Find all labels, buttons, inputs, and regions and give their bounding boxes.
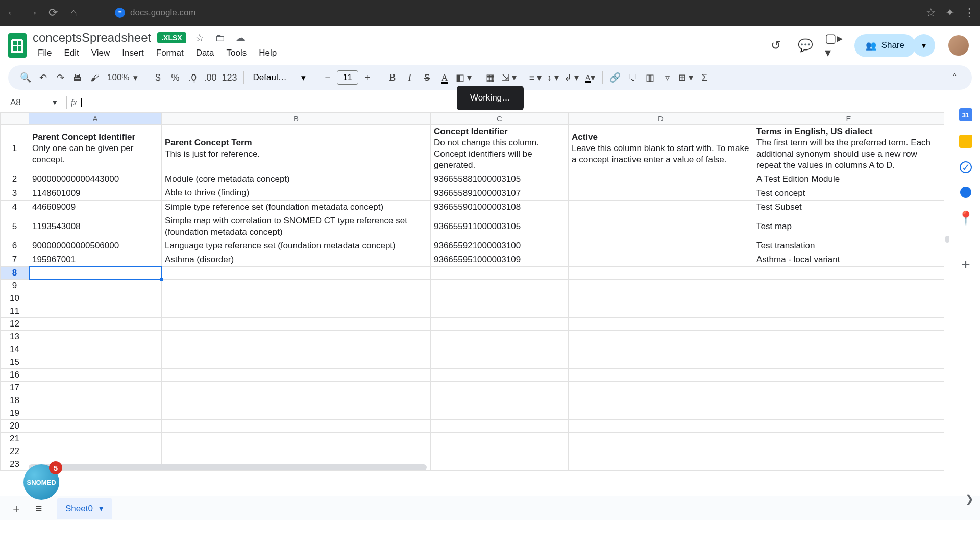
cell[interactable]: 936655951000003109: [431, 253, 569, 266]
extensions-icon[interactable]: ✦: [945, 6, 954, 19]
cell[interactable]: Terms in English, US dialectThe first te…: [753, 125, 944, 172]
all-sheets-button[interactable]: ≡: [30, 499, 48, 518]
row-header[interactable]: 15: [1, 356, 29, 369]
cell[interactable]: 195967001: [29, 253, 162, 266]
cell[interactable]: [162, 292, 431, 305]
column-header-B[interactable]: B: [162, 113, 431, 125]
row-header[interactable]: 21: [1, 433, 29, 445]
cell[interactable]: 446609009: [29, 200, 162, 214]
select-all-corner[interactable]: [1, 113, 29, 125]
increase-decimal-button[interactable]: .00: [202, 69, 218, 86]
create-filter-button[interactable]: ▿: [659, 69, 675, 86]
borders-button[interactable]: ▦: [482, 69, 499, 86]
row-header[interactable]: 19: [1, 407, 29, 420]
row-header[interactable]: 4: [1, 200, 29, 214]
share-dropdown-button[interactable]: ▾: [913, 34, 935, 57]
horizontal-scrollbar[interactable]: [29, 464, 427, 470]
cell[interactable]: [753, 356, 944, 369]
cell[interactable]: Test translation: [753, 239, 944, 253]
cell[interactable]: [753, 407, 944, 420]
menu-insert[interactable]: Insert: [117, 46, 149, 60]
cell[interactable]: Test concept: [753, 186, 944, 200]
column-header-E[interactable]: E: [753, 113, 944, 125]
reload-button[interactable]: ⟳: [46, 6, 60, 19]
redo-button[interactable]: ↷: [52, 69, 68, 86]
chrome-menu-icon[interactable]: ⋮: [964, 6, 975, 19]
strikethrough-button[interactable]: S̶: [419, 69, 435, 86]
cell[interactable]: [29, 305, 162, 318]
cell[interactable]: Test map: [753, 214, 944, 239]
table-views-button[interactable]: ⊞ ▾: [676, 69, 695, 86]
cell[interactable]: [29, 420, 162, 433]
cell[interactable]: [162, 382, 431, 394]
meet-camera-icon[interactable]: ▢▸ ▾: [825, 35, 845, 56]
comments-icon[interactable]: 💬: [795, 35, 816, 56]
cell[interactable]: [753, 394, 944, 407]
cloud-status-icon[interactable]: ☁: [233, 32, 248, 44]
search-menus-icon[interactable]: 🔍: [17, 69, 34, 86]
row-header[interactable]: 10: [1, 292, 29, 305]
decrease-font-size-button[interactable]: −: [320, 69, 336, 86]
row-header[interactable]: 14: [1, 343, 29, 356]
cell[interactable]: [569, 433, 753, 445]
row-header[interactable]: 5: [1, 214, 29, 239]
star-icon[interactable]: ☆: [192, 32, 207, 44]
row-header[interactable]: 12: [1, 318, 29, 331]
insert-link-button[interactable]: 🔗: [607, 69, 623, 86]
back-button[interactable]: ←: [5, 6, 19, 19]
font-size-input[interactable]: 11: [337, 70, 358, 85]
cell[interactable]: [29, 356, 162, 369]
cell[interactable]: [569, 331, 753, 343]
cell[interactable]: 1193543008: [29, 214, 162, 239]
cell[interactable]: Asthma (disorder): [162, 253, 431, 266]
column-header-C[interactable]: C: [431, 113, 569, 125]
paint-format-button[interactable]: 🖌: [87, 69, 103, 86]
keep-app-icon[interactable]: [959, 135, 972, 148]
cell[interactable]: [569, 214, 753, 239]
row-header[interactable]: 2: [1, 172, 29, 186]
cell[interactable]: [753, 331, 944, 343]
cell[interactable]: [753, 343, 944, 356]
cell[interactable]: [29, 445, 162, 458]
cell[interactable]: 936655911000003105: [431, 214, 569, 239]
column-header-A[interactable]: A: [29, 113, 162, 125]
cell[interactable]: [431, 292, 569, 305]
cell[interactable]: [162, 318, 431, 331]
name-box-dropdown-icon[interactable]: ▾: [53, 97, 57, 108]
row-header[interactable]: 17: [1, 382, 29, 394]
cell[interactable]: [569, 172, 753, 186]
cell[interactable]: [162, 445, 431, 458]
calendar-app-icon[interactable]: 31: [959, 108, 972, 121]
text-wrap-button[interactable]: ↲ ▾: [562, 69, 581, 86]
cell[interactable]: [29, 318, 162, 331]
cell[interactable]: [569, 407, 753, 420]
cell[interactable]: [431, 343, 569, 356]
history-icon[interactable]: ↺: [766, 35, 786, 56]
format-percent-button[interactable]: %: [167, 69, 183, 86]
cell[interactable]: [431, 280, 569, 292]
get-addons-button[interactable]: +: [959, 258, 972, 271]
cell[interactable]: [431, 356, 569, 369]
cell[interactable]: [569, 458, 753, 471]
collapse-toolbar-button[interactable]: ˄: [946, 69, 963, 86]
cell[interactable]: [431, 382, 569, 394]
cell[interactable]: ActiveLeave this column blank to start w…: [569, 125, 753, 172]
row-header[interactable]: 8: [1, 267, 29, 280]
cell[interactable]: [431, 394, 569, 407]
cell[interactable]: [29, 382, 162, 394]
row-header[interactable]: 9: [1, 280, 29, 292]
row-header[interactable]: 22: [1, 445, 29, 458]
cell[interactable]: [569, 239, 753, 253]
fill-color-button[interactable]: ◧ ▾: [454, 69, 474, 86]
cell[interactable]: Simple type reference set (foundation me…: [162, 200, 431, 214]
print-button[interactable]: 🖶: [69, 69, 86, 86]
cell[interactable]: [431, 445, 569, 458]
share-button[interactable]: 👥 Share: [854, 34, 916, 57]
row-header[interactable]: 13: [1, 331, 29, 343]
undo-button[interactable]: ↶: [35, 69, 51, 86]
text-color-button[interactable]: A: [436, 69, 453, 86]
functions-button[interactable]: Σ: [696, 69, 713, 86]
cell[interactable]: [753, 305, 944, 318]
cell[interactable]: [29, 280, 162, 292]
cell[interactable]: [753, 292, 944, 305]
